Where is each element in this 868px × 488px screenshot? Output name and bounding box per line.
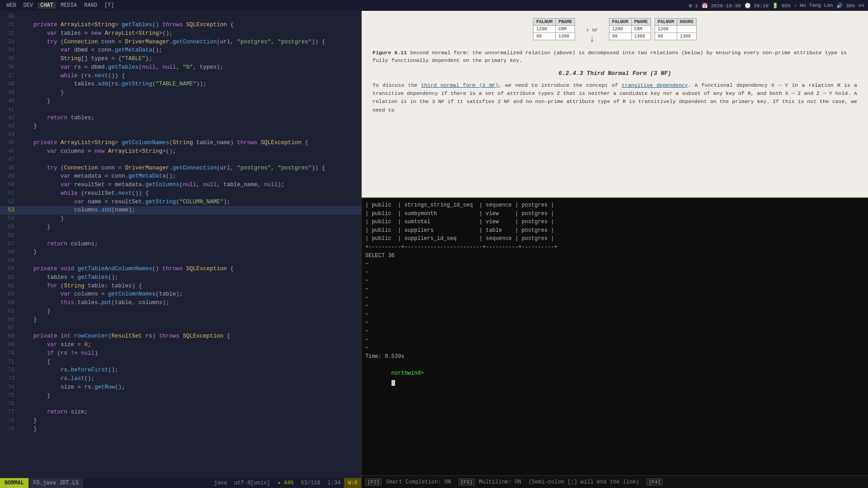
table-row: 54 } bbox=[0, 215, 361, 223]
topbar-user: ♪ Wu Tang Lan bbox=[794, 3, 833, 8]
pdf-viewer[interactable]: PALNUMPNAME 1200CRM 991300 ⬇ NF ↓ bbox=[362, 11, 868, 198]
status-col: l:34 bbox=[324, 478, 344, 488]
table-row: 73 rs.last(); bbox=[0, 375, 361, 383]
table-row: 64 this.tables.put(table, columns); bbox=[0, 299, 361, 307]
semicolon-hint: (Semi-colon [;] will end the line) bbox=[528, 479, 639, 485]
status-bar: NORMAL FD.java JDT.LS java utf-8[unix] ◂… bbox=[0, 478, 361, 488]
table-row: 77 return size; bbox=[0, 408, 361, 417]
table-row: 38 tables.add(rs.getString("TABLE_NAME")… bbox=[0, 80, 361, 89]
list-item: ~ bbox=[365, 327, 864, 336]
topbar-lang: us bbox=[859, 3, 864, 8]
list-item: | public | sumtotal | view | postgres | bbox=[365, 218, 864, 226]
figure-row: PALNUMPNAME 1200CRM 991300 ⬇ NF ↓ bbox=[373, 18, 857, 44]
topbar-media[interactable]: MEDIA bbox=[58, 2, 80, 9]
list-item: ~ bbox=[365, 319, 864, 327]
table-row: 61 tables = getTables(); bbox=[0, 273, 361, 282]
status-w: W:6 bbox=[344, 478, 361, 488]
normalized-tables: PALNUMPNAME 1200CRM 991300 PALNUMHOURS 1… bbox=[609, 18, 697, 40]
status-percent: ◂ 44% bbox=[274, 478, 297, 488]
list-item: Time: 0.539s bbox=[365, 352, 864, 361]
list-item: ~ bbox=[365, 336, 864, 344]
list-item: ~ bbox=[365, 277, 864, 285]
table-row: 70 if (rs != null) bbox=[0, 349, 361, 358]
topbar-battery: 🔋 85% bbox=[772, 3, 790, 9]
table-row: 41 bbox=[0, 106, 361, 114]
table-row: 39 } bbox=[0, 89, 361, 97]
table-row: 48 try (Connection conn = DriverManager.… bbox=[0, 164, 361, 173]
table-row: 62 for (String table: tables) { bbox=[0, 282, 361, 291]
table-row: 55 } bbox=[0, 223, 361, 232]
f3-key[interactable]: [F3] bbox=[458, 479, 475, 486]
topbar-rand[interactable]: RAND bbox=[81, 2, 100, 9]
table-row: 50 var resultSet = metadata.getColumns(n… bbox=[0, 181, 361, 189]
table-row: 65 } bbox=[0, 307, 361, 316]
list-item: | public | suppliers | table | postgres … bbox=[365, 226, 864, 235]
terminal-prompt[interactable]: northwind> bbox=[365, 361, 864, 394]
topbar-volume: 🔊 38% bbox=[836, 3, 854, 9]
table-row: 74 size = rs.getRow(); bbox=[0, 383, 361, 392]
f4-key[interactable]: [F4] bbox=[646, 479, 663, 486]
table-row: 45 private ArrayList<String> getColumnNa… bbox=[0, 139, 361, 147]
status-right: java utf-8[unix] ◂ 44% 53/118 l:34 W:6 bbox=[210, 478, 361, 488]
decomposition-arrow: ⬇ NF ↓ bbox=[586, 18, 598, 44]
right-pane: PALNUMPNAME 1200CRM 991300 ⬇ NF ↓ bbox=[362, 11, 868, 488]
f3-label: Multiline: ON bbox=[479, 479, 521, 485]
table-row: 79 } bbox=[0, 425, 361, 434]
f2-key[interactable]: [F2] bbox=[365, 479, 382, 486]
topbar-date: 📅 2020-10-30 bbox=[702, 3, 741, 9]
topbar-t[interactable]: [T] bbox=[102, 2, 117, 9]
table-row: 36 var rs = dbmd.getTables(null, null, "… bbox=[0, 63, 361, 72]
table-row: 69 var size = 0; bbox=[0, 341, 361, 349]
f2-hint: [F2] Smart Completion: ON bbox=[365, 479, 451, 485]
topbar-time: 🕐 20:19 bbox=[745, 3, 769, 9]
topbar-dev[interactable]: DEV bbox=[21, 2, 36, 9]
f4-hint: [F4] bbox=[646, 479, 664, 485]
semicolon-label: (Semi-colon [;] will end the line) bbox=[528, 479, 639, 485]
list-item: ~ bbox=[365, 268, 864, 277]
pdf-body-text: To discuss the third normal form (3 NF),… bbox=[373, 81, 857, 115]
table-row: 43 } bbox=[0, 122, 361, 131]
code-editor[interactable]: 30 31 private ArrayList<String> getTable… bbox=[0, 11, 361, 478]
status-position: 53/118 bbox=[297, 478, 324, 488]
table-row: 57 return columns; bbox=[0, 240, 361, 249]
table-row: 59 bbox=[0, 257, 361, 265]
table-row: 76 bbox=[0, 400, 361, 408]
terminal-pane[interactable]: | public | strings_string_id_seq | seque… bbox=[362, 198, 868, 475]
topbar-left: WEB DEV CHAT MEDIA RAND [T] bbox=[4, 2, 117, 9]
normalized-table-2: PALNUMHOURS 1200 991300 bbox=[655, 18, 697, 40]
table-row: 72 rs.beforeFirst(); bbox=[0, 366, 361, 375]
table-row: 60 private void getTableAndColumnNames()… bbox=[0, 265, 361, 273]
table-row: 67 bbox=[0, 324, 361, 332]
list-item: ~ bbox=[365, 260, 864, 268]
list-item: ~ bbox=[365, 285, 864, 294]
table-row: 63 var columns = getColumnNames(table); bbox=[0, 290, 361, 299]
list-item: ~ bbox=[365, 344, 864, 352]
table-row: 33 try (Connection conn = DriverManager.… bbox=[0, 38, 361, 47]
f3-hint: [F3] Multiline: ON bbox=[458, 479, 521, 485]
normalized-table-1: PALNUMPNAME 1200CRM 991300 bbox=[609, 18, 651, 40]
table-row: 49 var metadata = conn.getMetaData(); bbox=[0, 172, 361, 181]
list-item: | public | suppliers_id_seq | sequence |… bbox=[365, 235, 864, 243]
table-row: 58 } bbox=[0, 248, 361, 257]
table-row: 56 bbox=[0, 232, 361, 240]
section-title: 6.2.4.3 Third Normal Form (3 NF) bbox=[373, 70, 857, 77]
table-row: 44 bbox=[0, 131, 361, 139]
topbar-web[interactable]: WEB bbox=[4, 2, 19, 9]
topbar-chat[interactable]: CHAT bbox=[38, 2, 56, 9]
status-file1: FD.java JDT.LS bbox=[28, 478, 83, 488]
list-item: | public | strings_string_id_seq | seque… bbox=[365, 201, 864, 210]
list-item: ~ bbox=[365, 310, 864, 319]
status-encoding: utf-8[unix] bbox=[231, 478, 274, 488]
terminal-cursor bbox=[392, 380, 395, 386]
table-row: 42 return tables; bbox=[0, 114, 361, 122]
table-row: 31 private ArrayList<String> getTables()… bbox=[0, 21, 361, 29]
unnormalized-table: PALNUMPNAME 1200CRM 991300 bbox=[533, 18, 575, 40]
table-row: 30 bbox=[0, 13, 361, 21]
list-item: | public | sumbymonth | view | postgres … bbox=[365, 210, 864, 218]
status-filetype: java bbox=[210, 478, 231, 488]
editor-pane: 30 31 private ArrayList<String> getTable… bbox=[0, 11, 362, 488]
bottom-bar: [F2] Smart Completion: ON [F3] Multiline… bbox=[362, 475, 868, 488]
f2-label: Smart Completion: ON bbox=[386, 479, 451, 485]
list-item: +----------+------------------------+---… bbox=[365, 243, 864, 252]
table-row: 78 } bbox=[0, 417, 361, 425]
